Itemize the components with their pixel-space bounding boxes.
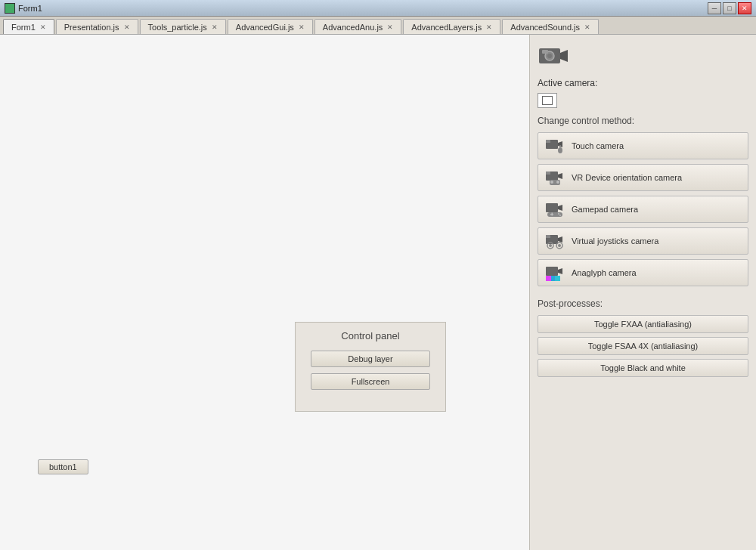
tab-close-icon[interactable]: ✕	[486, 23, 492, 31]
tab-close-icon[interactable]: ✕	[212, 23, 218, 31]
active-camera-inner	[542, 96, 553, 105]
toggle-bw-button[interactable]: Toggle Black and white	[538, 359, 748, 377]
svg-point-8	[558, 147, 562, 153]
svg-rect-4	[542, 50, 548, 54]
svg-rect-16	[546, 203, 558, 212]
svg-rect-12	[546, 171, 550, 175]
svg-point-21	[558, 213, 559, 215]
tab-close-icon[interactable]: ✕	[299, 23, 305, 31]
svg-point-29	[558, 244, 561, 247]
tab-advancedlayers[interactable]: AdvancedLayers.js ✕	[403, 19, 500, 34]
debug-layer-button[interactable]: Debug layer	[311, 351, 430, 367]
button1[interactable]: button1	[38, 459, 88, 474]
vr-camera-icon	[544, 169, 565, 186]
tab-advancedgui[interactable]: AdvancedGui.js ✕	[228, 19, 313, 34]
minimize-button[interactable]: ─	[708, 2, 721, 14]
svg-marker-17	[558, 205, 562, 211]
post-processes-label: Post-processes:	[538, 298, 748, 309]
tab-tools-particle[interactable]: Tools_particle.js ✕	[140, 19, 226, 34]
svg-point-27	[549, 244, 552, 247]
joystick-camera-button[interactable]: Virtual joysticks camera	[538, 227, 748, 255]
tab-presentation[interactable]: Presentation.js ✕	[56, 19, 138, 34]
svg-marker-31	[558, 268, 562, 274]
window-icon	[5, 3, 15, 14]
tab-bar: Form1 ✕ Presentation.js ✕ Tools_particle…	[0, 17, 756, 35]
camera-svg-icon	[538, 44, 571, 68]
canvas-area[interactable]: Control panel Debug layer Fullscreen but…	[0, 35, 529, 550]
svg-rect-30	[546, 267, 558, 276]
tab-close-icon[interactable]: ✕	[40, 23, 46, 31]
tab-close-icon[interactable]: ✕	[124, 23, 130, 31]
tab-close-icon[interactable]: ✕	[387, 23, 393, 31]
svg-marker-11	[558, 173, 562, 179]
touch-camera-button[interactable]: Touch camera	[538, 132, 748, 159]
joystick-camera-icon	[544, 233, 565, 249]
title-bar: Form1 ─ □ ✕	[0, 0, 756, 17]
gamepad-camera-button[interactable]: Gamepad camera	[538, 196, 748, 223]
svg-point-14	[550, 181, 553, 184]
svg-rect-25	[546, 235, 550, 238]
touch-camera-icon	[544, 138, 565, 154]
change-control-label: Change control method:	[538, 116, 748, 126]
gamepad-camera-icon	[544, 201, 565, 218]
tab-form1[interactable]: Form1 ✕	[3, 19, 54, 34]
toggle-fsaa-button[interactable]: Toggle FSAA 4X (antialiasing)	[538, 337, 748, 355]
toggle-fxaa-button[interactable]: Toggle FXAA (antialiasing)	[538, 315, 748, 333]
svg-rect-7	[546, 140, 550, 143]
vr-camera-button[interactable]: VR Device orientation camera	[538, 164, 748, 191]
camera-icon	[538, 44, 571, 70]
active-camera-indicator	[538, 93, 557, 108]
svg-rect-33	[551, 276, 560, 281]
close-button[interactable]: ✕	[738, 2, 751, 14]
main-area: Control panel Debug layer Fullscreen but…	[0, 35, 756, 550]
svg-point-15	[556, 181, 559, 184]
svg-point-3	[547, 54, 552, 58]
window-controls: ─ □ ✕	[708, 2, 751, 14]
button1-container: button1	[38, 459, 88, 474]
tab-advancedanu[interactable]: AdvancedAnu.js ✕	[314, 19, 402, 34]
svg-rect-20	[552, 213, 553, 216]
window-title: Form1	[18, 4, 708, 13]
control-panel-title: Control panel	[311, 330, 430, 341]
svg-marker-1	[560, 50, 568, 62]
tab-close-icon[interactable]: ✕	[584, 23, 590, 31]
svg-point-22	[559, 215, 561, 216]
anaglyph-camera-icon	[544, 264, 565, 281]
maximize-button[interactable]: □	[723, 2, 736, 14]
control-panel: Control panel Debug layer Fullscreen	[295, 322, 446, 412]
svg-marker-24	[558, 236, 562, 243]
active-camera-label: Active camera:	[538, 78, 748, 88]
anaglyph-camera-button[interactable]: Anaglyph camera	[538, 259, 748, 286]
tab-advancedsound[interactable]: AdvancedSound.js ✕	[502, 19, 599, 34]
camera-top	[538, 44, 748, 70]
right-panel: Active camera: Change control method: To…	[529, 35, 756, 550]
fullscreen-button[interactable]: Fullscreen	[311, 373, 430, 390]
